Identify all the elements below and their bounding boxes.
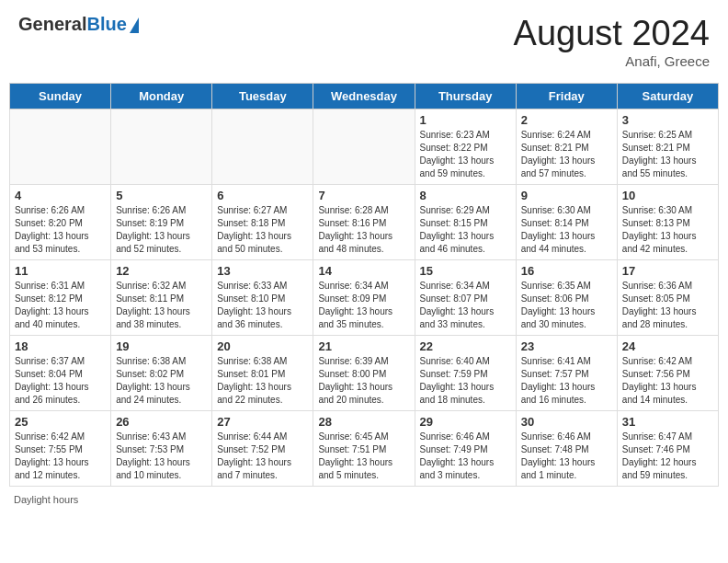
day-info: Sunrise: 6:47 AM Sunset: 7:46 PM Dayligh… (622, 431, 713, 482)
calendar-day-cell: 16Sunrise: 6:35 AM Sunset: 8:06 PM Dayli… (516, 260, 617, 336)
calendar-day-cell: 30Sunrise: 6:46 AM Sunset: 7:48 PM Dayli… (516, 411, 617, 487)
day-info: Sunrise: 6:39 AM Sunset: 8:00 PM Dayligh… (318, 355, 409, 407)
logo-blue: Blue (86, 14, 126, 35)
day-number: 24 (622, 339, 713, 353)
day-info: Sunrise: 6:34 AM Sunset: 8:09 PM Dayligh… (318, 280, 409, 331)
day-info: Sunrise: 6:42 AM Sunset: 7:55 PM Dayligh… (15, 431, 106, 482)
calendar-day-cell: 13Sunrise: 6:33 AM Sunset: 8:10 PM Dayli… (212, 260, 313, 336)
day-number: 10 (622, 189, 713, 202)
calendar-day-cell: 11Sunrise: 6:31 AM Sunset: 8:12 PM Dayli… (10, 260, 111, 336)
calendar-day-header: Wednesday (313, 84, 415, 109)
logo-general: General (18, 14, 86, 35)
day-number: 13 (217, 264, 308, 278)
day-info: Sunrise: 6:32 AM Sunset: 8:11 PM Dayligh… (116, 280, 207, 331)
day-number: 9 (521, 189, 612, 202)
calendar-day-cell: 29Sunrise: 6:46 AM Sunset: 7:49 PM Dayli… (415, 411, 516, 487)
calendar-table: SundayMondayTuesdayWednesdayThursdayFrid… (9, 83, 719, 487)
day-info: Sunrise: 6:33 AM Sunset: 8:10 PM Dayligh… (217, 280, 308, 331)
day-info: Sunrise: 6:46 AM Sunset: 7:49 PM Dayligh… (420, 431, 511, 482)
page-title: August 2024 (514, 14, 710, 53)
day-info: Sunrise: 6:40 AM Sunset: 7:59 PM Dayligh… (420, 355, 511, 407)
day-number: 19 (116, 339, 207, 353)
day-info: Sunrise: 6:36 AM Sunset: 8:05 PM Dayligh… (622, 280, 713, 331)
logo: General Blue (18, 14, 139, 35)
day-number: 22 (420, 339, 511, 353)
day-info: Sunrise: 6:31 AM Sunset: 8:12 PM Dayligh… (15, 280, 106, 331)
day-number: 15 (420, 264, 511, 278)
day-info: Sunrise: 6:28 AM Sunset: 8:16 PM Dayligh… (318, 204, 409, 256)
calendar-day-cell: 22Sunrise: 6:40 AM Sunset: 7:59 PM Dayli… (415, 336, 516, 411)
calendar-day-cell: 19Sunrise: 6:38 AM Sunset: 8:02 PM Dayli… (111, 336, 212, 411)
day-info: Sunrise: 6:42 AM Sunset: 7:56 PM Dayligh… (622, 355, 713, 407)
calendar-day-cell (212, 109, 313, 185)
calendar-day-cell: 3Sunrise: 6:25 AM Sunset: 8:21 PM Daylig… (617, 109, 718, 185)
day-number: 26 (116, 415, 207, 429)
calendar-day-cell: 31Sunrise: 6:47 AM Sunset: 7:46 PM Dayli… (617, 411, 718, 487)
day-number: 4 (15, 189, 106, 202)
day-number: 8 (420, 189, 511, 202)
calendar-day-cell: 18Sunrise: 6:37 AM Sunset: 8:04 PM Dayli… (10, 336, 111, 411)
calendar-day-cell: 9Sunrise: 6:30 AM Sunset: 8:14 PM Daylig… (516, 185, 617, 260)
calendar-day-cell: 2Sunrise: 6:24 AM Sunset: 8:21 PM Daylig… (516, 109, 617, 185)
title-block: August 2024 Anafi, Greece (514, 14, 710, 69)
calendar-day-cell: 25Sunrise: 6:42 AM Sunset: 7:55 PM Dayli… (10, 411, 111, 487)
day-number: 29 (420, 415, 511, 429)
day-number: 14 (318, 264, 409, 278)
day-info: Sunrise: 6:45 AM Sunset: 7:51 PM Dayligh… (318, 431, 409, 482)
day-number: 20 (217, 339, 308, 353)
day-info: Sunrise: 6:23 AM Sunset: 8:22 PM Dayligh… (420, 129, 511, 180)
calendar-day-cell: 6Sunrise: 6:27 AM Sunset: 8:18 PM Daylig… (212, 185, 313, 260)
day-number: 2 (521, 113, 612, 127)
day-info: Sunrise: 6:26 AM Sunset: 8:20 PM Dayligh… (15, 204, 106, 256)
day-number: 23 (521, 339, 612, 353)
calendar-day-header: Saturday (617, 84, 718, 109)
calendar-day-header: Tuesday (212, 84, 313, 109)
calendar-day-cell (313, 109, 415, 185)
logo-triangle-icon (130, 17, 139, 33)
calendar-day-cell: 27Sunrise: 6:44 AM Sunset: 7:52 PM Dayli… (212, 411, 313, 487)
calendar-header-row: SundayMondayTuesdayWednesdayThursdayFrid… (10, 84, 719, 109)
calendar-day-cell: 10Sunrise: 6:30 AM Sunset: 8:13 PM Dayli… (617, 185, 718, 260)
daylight-label: Daylight hours (14, 494, 78, 505)
calendar-day-cell: 23Sunrise: 6:41 AM Sunset: 7:57 PM Dayli… (516, 336, 617, 411)
calendar-day-cell: 26Sunrise: 6:43 AM Sunset: 7:53 PM Dayli… (111, 411, 212, 487)
day-number: 5 (116, 189, 207, 202)
day-info: Sunrise: 6:27 AM Sunset: 8:18 PM Dayligh… (217, 204, 308, 256)
day-number: 27 (217, 415, 308, 429)
day-number: 12 (116, 264, 207, 278)
day-info: Sunrise: 6:44 AM Sunset: 7:52 PM Dayligh… (217, 431, 308, 482)
footer: Daylight hours (9, 494, 719, 505)
day-number: 3 (622, 113, 713, 127)
calendar-day-cell: 17Sunrise: 6:36 AM Sunset: 8:05 PM Dayli… (617, 260, 718, 336)
calendar-day-cell: 14Sunrise: 6:34 AM Sunset: 8:09 PM Dayli… (313, 260, 415, 336)
day-info: Sunrise: 6:30 AM Sunset: 8:13 PM Dayligh… (622, 204, 713, 256)
calendar-day-cell: 8Sunrise: 6:29 AM Sunset: 8:15 PM Daylig… (415, 185, 516, 260)
day-number: 28 (318, 415, 409, 429)
day-info: Sunrise: 6:34 AM Sunset: 8:07 PM Dayligh… (420, 280, 511, 331)
calendar-day-cell: 1Sunrise: 6:23 AM Sunset: 8:22 PM Daylig… (415, 109, 516, 185)
day-number: 11 (15, 264, 106, 278)
day-number: 1 (420, 113, 511, 127)
day-info: Sunrise: 6:25 AM Sunset: 8:21 PM Dayligh… (622, 129, 713, 180)
day-info: Sunrise: 6:35 AM Sunset: 8:06 PM Dayligh… (521, 280, 612, 331)
day-number: 7 (318, 189, 409, 202)
calendar-week-row: 11Sunrise: 6:31 AM Sunset: 8:12 PM Dayli… (10, 260, 719, 336)
calendar-week-row: 25Sunrise: 6:42 AM Sunset: 7:55 PM Dayli… (10, 411, 719, 487)
calendar-day-cell: 7Sunrise: 6:28 AM Sunset: 8:16 PM Daylig… (313, 185, 415, 260)
day-info: Sunrise: 6:38 AM Sunset: 8:02 PM Dayligh… (116, 355, 207, 407)
calendar-day-header: Friday (516, 84, 617, 109)
calendar-day-cell: 4Sunrise: 6:26 AM Sunset: 8:20 PM Daylig… (10, 185, 111, 260)
calendar-day-header: Sunday (10, 84, 111, 109)
day-number: 21 (318, 339, 409, 353)
calendar-week-row: 1Sunrise: 6:23 AM Sunset: 8:22 PM Daylig… (10, 109, 719, 185)
day-number: 18 (15, 339, 106, 353)
day-number: 6 (217, 189, 308, 202)
day-info: Sunrise: 6:24 AM Sunset: 8:21 PM Dayligh… (521, 129, 612, 180)
day-info: Sunrise: 6:46 AM Sunset: 7:48 PM Dayligh… (521, 431, 612, 482)
calendar-day-cell (10, 109, 111, 185)
calendar-day-cell (111, 109, 212, 185)
calendar-day-cell: 5Sunrise: 6:26 AM Sunset: 8:19 PM Daylig… (111, 185, 212, 260)
day-number: 17 (622, 264, 713, 278)
day-info: Sunrise: 6:37 AM Sunset: 8:04 PM Dayligh… (15, 355, 106, 407)
calendar-day-header: Monday (111, 84, 212, 109)
